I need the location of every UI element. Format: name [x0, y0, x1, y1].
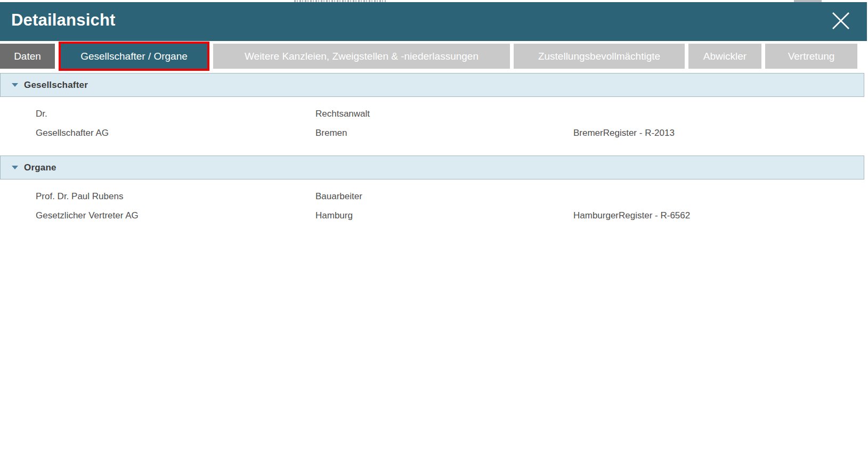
person-register: HamburgerRegister - R-6562: [573, 206, 690, 225]
tab-vertretung[interactable]: Vertretung: [765, 44, 857, 69]
modal-header: Detailansicht: [0, 2, 867, 41]
tab-abwickler[interactable]: Abwickler: [688, 44, 761, 69]
person-profession: Rechtsanwalt: [315, 104, 370, 124]
section-body-organe: Prof. Dr. Paul Rubens Bauarbeiter Gesetz…: [0, 187, 864, 225]
person-register: BremerRegister - R-2013: [573, 124, 675, 143]
close-icon: [831, 11, 851, 32]
modal-title: Detailansicht: [11, 11, 116, 30]
person-city: Hamburg: [315, 206, 353, 225]
table-row: Dr. Rechtsanwalt: [0, 104, 864, 124]
section-body-gesellschafter: Dr. Rechtsanwalt Gesellschafter AG Breme…: [0, 104, 864, 143]
tab-weitere-kanzleien[interactable]: Weitere Kanzleien, Zweigstellen & -niede…: [213, 44, 510, 69]
person-profession: Bauarbeiter: [315, 187, 362, 206]
section-title: Organe: [24, 162, 56, 173]
person-city: Bremen: [315, 124, 347, 143]
person-title: Dr.: [36, 104, 47, 124]
tab-label: Weitere Kanzleien, Zweigstellen & -niede…: [245, 51, 478, 62]
table-row: Gesetzlicher Vertreter AG Hamburg Hambur…: [0, 206, 864, 225]
tab-label: Gesellschafter / Organe: [80, 51, 188, 62]
table-row: Gesellschafter AG Bremen BremerRegister …: [0, 124, 864, 143]
tab-label: Zustellungsbevollmächtigte: [538, 51, 660, 62]
person-name: Prof. Dr. Paul Rubens: [36, 187, 123, 206]
tab-label: Daten: [14, 51, 41, 62]
tab-label: Abwickler: [703, 51, 747, 62]
tab-daten[interactable]: Daten: [0, 44, 55, 69]
section-header-organe[interactable]: Organe: [0, 156, 864, 179]
caret-down-icon: [12, 166, 18, 169]
section-title: Gesellschafter: [24, 80, 88, 91]
section-header-gesellschafter[interactable]: Gesellschafter: [0, 73, 864, 97]
tab-label: Vertretung: [788, 51, 835, 62]
table-row: Prof. Dr. Paul Rubens Bauarbeiter: [0, 187, 864, 206]
person-role: Gesetzlicher Vertreter AG: [36, 206, 139, 225]
detail-tab-bar: Daten Gesellschafter / Organe Weitere Ka…: [0, 42, 868, 71]
tab-gesellschafter-organe[interactable]: Gesellschafter / Organe: [59, 42, 209, 71]
close-button[interactable]: [828, 7, 854, 35]
person-name: Gesellschafter AG: [36, 124, 109, 143]
caret-down-icon: [12, 83, 18, 87]
tab-zustellungsbevollmaechtigte[interactable]: Zustellungsbevollmächtigte: [514, 44, 685, 69]
